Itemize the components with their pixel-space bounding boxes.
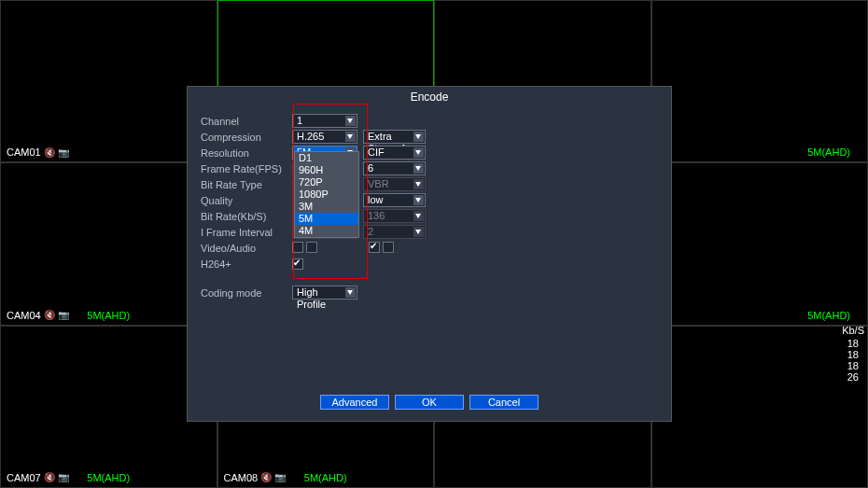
resolution-option[interactable]: 5M [295, 213, 358, 225]
bitrate-header: Kb/S [808, 325, 864, 336]
mute-icon: 🔇 [260, 472, 272, 482]
chevron-down-icon [345, 116, 356, 126]
grid-cell: CAM01🔇📷 [0, 0, 217, 162]
video-extra-checkbox[interactable] [369, 242, 380, 253]
brt-label: Bit Rate Type [201, 179, 292, 190]
coding-label: Coding mode [201, 287, 292, 299]
chevron-down-icon [413, 227, 424, 237]
coding-select[interactable]: High Profile [292, 286, 357, 300]
camera-icon: 📷 [58, 147, 69, 158]
channel-select[interactable]: 1 [292, 114, 357, 128]
compression-select[interactable]: H.265 [292, 130, 357, 144]
chevron-down-icon [413, 132, 424, 142]
mute-icon: 🔇 [44, 472, 55, 482]
fps-label: Frame Rate(FPS) [201, 163, 292, 174]
cam-label: CAM08🔇📷 [222, 472, 288, 483]
camera-icon: 📷 [58, 310, 69, 320]
bitrate-value: 18 [808, 338, 859, 349]
resolution-label: 5M(AHD) [807, 310, 850, 321]
resolution-label: 5M(AHD) [304, 472, 347, 483]
resolution-label: 5M(AHD) [87, 472, 130, 483]
advanced-button[interactable]: Advanced [320, 395, 389, 410]
va-label: Video/Audio [201, 243, 292, 254]
resolution-option[interactable]: 960H [295, 164, 358, 176]
br2-select: 136 [363, 209, 426, 223]
cam-label: CAM07🔇📷 [5, 472, 71, 483]
chevron-down-icon [413, 179, 424, 189]
chevron-down-icon [345, 287, 356, 298]
h264p-checkbox[interactable] [292, 258, 303, 270]
resolution-option[interactable]: 3M [295, 201, 358, 213]
brt2-select: VBR [363, 177, 426, 191]
grid-cell: 5M(AHD) CAM07🔇📷 [0, 326, 217, 488]
compression-label: Compression [201, 132, 292, 143]
bitrate-panel: Kb/S 18 18 18 26 [808, 325, 864, 383]
cancel-button[interactable]: Cancel [469, 395, 539, 410]
h264p-label: H264+ [201, 258, 292, 270]
resolution-option[interactable]: D1 [295, 152, 358, 164]
resolution-label: 5M(AHD) [807, 146, 850, 158]
grid-cell: 5M(AHD) CAM04🔇📷 [0, 162, 217, 325]
resolution-option[interactable]: 1080P [295, 188, 358, 201]
fps2-select[interactable]: 6 [363, 161, 426, 175]
grid-cell: 5M(AHD) [651, 0, 869, 162]
bitrate-value: 18 [808, 360, 859, 371]
resolution-label: Resolution [201, 147, 292, 159]
bitrate-value: 18 [808, 349, 859, 360]
camera-icon: 📷 [58, 472, 69, 482]
quality-label: Quality [201, 195, 292, 206]
chevron-down-icon [345, 132, 356, 142]
encode-dialog: Encode Channel 1 Compression H.265 Extra… [187, 86, 672, 422]
chevron-down-icon [413, 211, 424, 221]
chevron-down-icon [413, 163, 424, 174]
dialog-title: Encode [188, 87, 671, 107]
resolution-dropdown-list[interactable]: D1960H720P1080P3M5M4M [294, 151, 359, 238]
ifi-label: I Frame Interval [201, 227, 292, 238]
bitrate-value: 26 [808, 371, 859, 383]
quality2-select[interactable]: low [363, 193, 426, 207]
ok-button[interactable]: OK [395, 395, 464, 410]
audio-extra-checkbox[interactable] [383, 242, 394, 253]
video-main-checkbox[interactable] [292, 242, 303, 253]
chevron-down-icon [413, 195, 424, 205]
audio-main-checkbox[interactable] [306, 242, 317, 253]
cam-label: CAM01🔇📷 [5, 146, 71, 158]
extra-stream-select[interactable]: Extra Stream1 [363, 130, 426, 144]
camera-icon: 📷 [274, 472, 286, 482]
channel-label: Channel [201, 116, 292, 127]
resolution-option[interactable]: 720P [295, 176, 358, 188]
resolution2-select[interactable]: CIF [363, 146, 426, 160]
ifi2-select: 2 [363, 225, 426, 239]
mute-icon: 🔇 [44, 147, 55, 158]
resolution-option[interactable]: 4M [295, 225, 358, 237]
grid-cell: 5M(AHD) [651, 162, 869, 325]
mute-icon: 🔇 [44, 310, 55, 320]
chevron-down-icon [413, 147, 424, 158]
resolution-label: 5M(AHD) [87, 310, 130, 321]
cam-label: CAM04🔇📷 [5, 310, 71, 321]
br-label: Bit Rate(Kb/S) [201, 211, 292, 222]
